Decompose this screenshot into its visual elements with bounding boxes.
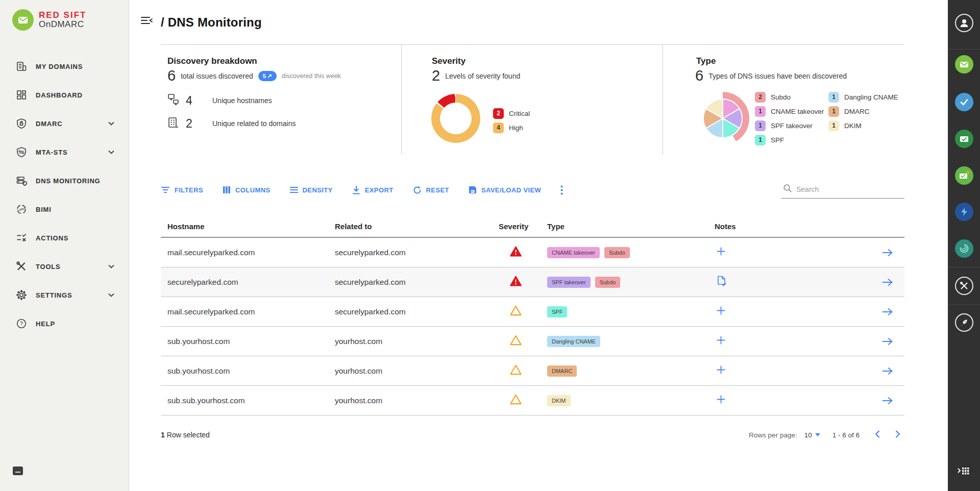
- discovery-breakdown-card: Discovery breakdown 6 total issues disco…: [161, 45, 401, 154]
- table-row[interactable]: sub.yourhost.com yourhost.com DMARC: [161, 356, 904, 386]
- type-chips: DMARC: [547, 365, 715, 377]
- sidebar-item-bimi[interactable]: LOGO BIMI: [0, 195, 129, 224]
- rows-per-page-select[interactable]: 10: [804, 431, 820, 439]
- open-row-arrow-icon[interactable]: [882, 308, 893, 316]
- sidebar-item-tools[interactable]: TOOLS: [0, 252, 129, 281]
- open-row-arrow-icon[interactable]: [882, 397, 893, 405]
- view-note-icon[interactable]: [717, 276, 727, 287]
- dkim-count-badge: 1: [828, 120, 839, 131]
- type-legend-col2: 1Dangling CNAME 1DMARC 1DKIM: [828, 90, 898, 133]
- severity-levels-count: 2: [432, 67, 440, 84]
- tools-wrench-icon: [15, 260, 28, 273]
- previous-page-icon[interactable]: [871, 430, 884, 439]
- teal-radar-app-icon[interactable]: [955, 239, 973, 258]
- table-row-selected[interactable]: securelyparked.com securelyparked.com SP…: [161, 267, 904, 297]
- brand-logo[interactable]: RED SIFT OnDMARC: [0, 0, 129, 31]
- dns-monitoring-icon: [15, 175, 28, 187]
- add-note-icon[interactable]: [717, 395, 725, 404]
- sidebar-item-dns-monitoring[interactable]: DNS MONITORING: [0, 166, 129, 195]
- high-count-badge: 4: [493, 122, 504, 133]
- open-row-arrow-icon[interactable]: [882, 367, 893, 375]
- legend-item-high: 4 High: [493, 120, 530, 135]
- search-box[interactable]: [781, 182, 904, 199]
- more-options-kebab-icon[interactable]: [560, 185, 563, 195]
- reset-button[interactable]: RESET: [413, 186, 449, 194]
- severity-levels-label: Levels of severity found: [445, 72, 520, 80]
- type-chips: SPF takeover Subdo: [547, 277, 715, 288]
- open-row-arrow-icon[interactable]: [882, 249, 893, 257]
- dashboard-icon: [15, 89, 28, 101]
- hostnames-icon: [167, 93, 180, 108]
- green-mail-check-app-icon[interactable]: [955, 130, 973, 148]
- settings-gear-icon: [15, 289, 28, 301]
- sidebar-label: TOOLS: [36, 263, 108, 271]
- sidebar-collapse-icon[interactable]: [140, 15, 154, 26]
- type-count-label: Types of DNS issues have been discovered: [708, 72, 847, 80]
- tools-circle-icon[interactable]: [955, 277, 973, 295]
- cname-takeover-count-badge: 1: [755, 106, 766, 117]
- primary-nav: MY DOMAINS DASHBOARD DMARC MTA-STS: [0, 52, 129, 338]
- add-note-icon[interactable]: [717, 306, 725, 315]
- export-button[interactable]: EXPORT: [352, 186, 394, 194]
- legend-label: High: [509, 124, 523, 132]
- related-to-cell: securelyparked.com: [335, 248, 499, 257]
- type-count: 6: [695, 67, 703, 84]
- sidebar-item-settings[interactable]: SETTINGS: [0, 281, 129, 309]
- subdo-count-badge: 2: [755, 92, 766, 103]
- table-row[interactable]: sub.sub.yourhost.com yourhost.com DKIM: [161, 386, 904, 415]
- save-load-view-button[interactable]: SAVE/LOAD VIEW: [469, 186, 541, 194]
- chat-widget-icon[interactable]: [12, 465, 23, 477]
- green-mail-crown-app-icon[interactable]: [955, 166, 973, 185]
- type-polar-chart: [693, 89, 752, 148]
- table-row[interactable]: mail.securelyparked.com securelyparked.c…: [161, 297, 904, 327]
- severity-legend: 2 Critical 4 High: [493, 106, 530, 135]
- sidebar-item-my-domains[interactable]: MY DOMAINS: [0, 52, 129, 81]
- left-sidebar: RED SIFT OnDMARC MY DOMAINS DASHBOARD DM…: [0, 0, 129, 491]
- add-note-icon[interactable]: [717, 247, 725, 256]
- sidebar-item-actions[interactable]: ACTIONS: [0, 224, 129, 252]
- sidebar-item-dashboard[interactable]: DASHBOARD: [0, 81, 129, 109]
- total-issues-label: total issues discovered: [181, 72, 253, 80]
- chevron-down-icon: [108, 150, 114, 154]
- app-grid-icon[interactable]: [958, 467, 971, 477]
- density-button[interactable]: DENSITY: [290, 186, 333, 194]
- critical-count-badge: 2: [493, 108, 504, 119]
- type-chip: Dangling CNAME: [547, 336, 600, 347]
- sidebar-item-mta-sts[interactable]: MTA-STS: [0, 138, 129, 166]
- hostname-cell: sub.yourhost.com: [167, 337, 335, 346]
- sidebar-item-help[interactable]: ? HELP: [0, 309, 129, 338]
- open-row-arrow-icon[interactable]: [882, 337, 893, 346]
- account-icon[interactable]: [955, 14, 973, 32]
- blue-flash-app-icon[interactable]: [955, 203, 973, 221]
- table-row[interactable]: mail.securelyparked.com securelyparked.c…: [161, 238, 904, 267]
- domains-building-icon: [15, 60, 28, 72]
- hostname-cell: sub.yourhost.com: [167, 366, 335, 376]
- unique-hostnames-count: 4: [186, 94, 212, 108]
- columns-button[interactable]: COLUMNS: [223, 186, 271, 194]
- add-note-icon[interactable]: [717, 336, 725, 345]
- search-input[interactable]: [796, 185, 903, 193]
- sidebar-item-dmarc[interactable]: DMARC: [0, 109, 129, 138]
- filters-button[interactable]: FILTERS: [161, 186, 203, 194]
- col-header-hostname: Hostname: [167, 222, 335, 231]
- open-row-arrow-icon[interactable]: [882, 278, 893, 286]
- spf-count-badge: 1: [755, 135, 766, 145]
- chevron-down-icon: [108, 121, 114, 126]
- dmarc-count-badge: 1: [828, 106, 839, 117]
- rows-per-page-label: Rows per page:: [749, 431, 797, 439]
- ondmarc-app-icon[interactable]: [955, 55, 973, 73]
- app-switcher-rail: [948, 0, 980, 491]
- svg-text:LOGO: LOGO: [17, 207, 26, 211]
- main-area: / DNS Monitoring Discovery breakdown 6 t…: [129, 0, 948, 491]
- next-page-icon[interactable]: [891, 430, 904, 439]
- rocket-circle-icon[interactable]: [955, 313, 973, 332]
- add-note-icon[interactable]: [717, 365, 725, 374]
- svg-text:?: ?: [20, 321, 23, 327]
- table-footer: 1Row selected Rows per page: 10 1 - 6 of…: [161, 426, 904, 444]
- sidebar-label: SETTINGS: [36, 291, 108, 299]
- table-row[interactable]: sub.yourhost.com yourhost.com Dangling C…: [161, 327, 904, 356]
- col-header-severity: Severity: [499, 222, 547, 231]
- hostname-cell: sub.sub.yourhost.com: [167, 396, 335, 405]
- help-question-icon: ?: [15, 317, 28, 330]
- blue-check-app-icon[interactable]: [955, 93, 973, 111]
